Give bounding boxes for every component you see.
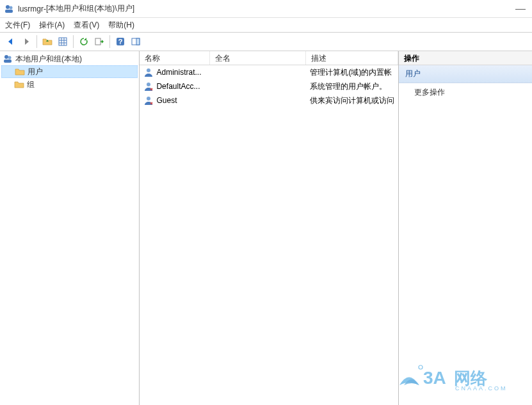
refresh-button[interactable] [77,35,91,49]
svg-text:?: ? [118,38,123,45]
col-head-desc[interactable]: 描述 [306,51,398,65]
toolbar-sep-2 [73,35,74,48]
svg-rect-3 [59,38,67,45]
minimize-button[interactable]: — [515,3,528,15]
user-icon [143,67,154,77]
list-item-name: Administrat... [156,68,201,77]
svg-point-17 [147,83,150,86]
folder-icon [14,79,24,90]
titlebar-path: [本地用户和组(本地)\用户] [46,3,134,14]
col-head-name[interactable]: 名称 [140,51,210,65]
svg-point-14 [8,56,12,60]
list-header: 名称 全名 描述 [140,51,398,65]
tree-root-label: 本地用户和组(本地) [15,54,82,65]
toolbar-sep-1 [36,35,37,48]
list-pane: 名称 全名 描述 Administrat... 管理计算机(域)的内置帐 Def… [140,51,398,405]
tree-groups[interactable]: 组 [1,78,138,91]
tree-users[interactable]: 用户 [1,65,138,78]
help-button[interactable]: ? [113,35,127,49]
col-head-full[interactable]: 全名 [210,51,306,65]
list-item[interactable]: Administrat... 管理计算机(域)的内置帐 [140,65,398,79]
svg-rect-8 [95,38,101,45]
svg-rect-12 [136,38,140,45]
menu-view[interactable]: 查看(V) [74,20,99,31]
svg-point-1 [10,6,13,9]
action-header: 操作 [399,51,532,65]
list-item[interactable]: Guest 供来宾访问计算机或访问 [140,93,398,107]
list-item-desc: 管理计算机(域)的内置帐 [306,67,398,78]
list-item[interactable]: DefaultAcc... 系统管理的用户帐户。 [140,79,398,93]
grid-icon [58,36,68,47]
panel-icon [131,36,141,47]
back-icon [6,36,16,47]
titlebar: lusrmgr - [本地用户和组(本地)\用户] — [0,0,532,18]
menubar: 文件(F) 操作(A) 查看(V) 帮助(H) [0,18,532,32]
titlebar-app: lusrmgr [18,4,44,13]
action-more[interactable]: 更多操作 [399,83,532,102]
menu-action[interactable]: 操作(A) [39,20,65,31]
toolbar: ? [0,32,532,51]
user-icon [143,95,154,106]
toolbar-sep-3 [109,35,110,48]
svg-point-13 [4,55,8,59]
export-icon [94,36,104,47]
user-icon [143,81,154,91]
svg-point-18 [147,97,150,100]
list-item-desc: 系统管理的用户帐户。 [306,81,398,92]
tree-pane: 本地用户和组(本地) 用户 组 [0,51,140,405]
forward-button[interactable] [19,35,33,49]
export-button[interactable] [92,35,106,49]
svg-rect-15 [4,60,12,63]
tree-groups-label: 组 [27,79,35,90]
action-section-title: 用户 [399,65,532,83]
folder-icon [15,67,25,77]
folder-up-button[interactable] [40,35,54,49]
panel-toggle-button[interactable] [129,35,143,49]
menu-file[interactable]: 文件(F) [5,20,30,31]
svg-point-16 [147,68,150,72]
back-button[interactable] [4,35,18,49]
action-pane: 操作 用户 更多操作 [398,51,532,405]
forward-icon [21,36,31,47]
list-item-name: Guest [156,96,177,105]
list-body: Administrat... 管理计算机(域)的内置帐 DefaultAcc..… [140,65,398,405]
list-item-name: DefaultAcc... [156,82,200,91]
menu-help[interactable]: 帮助(H) [108,20,134,31]
refresh-icon [79,36,89,47]
folder-open-icon [42,36,52,47]
tree-root[interactable]: 本地用户和组(本地) [1,52,138,65]
tree-users-label: 用户 [28,67,43,77]
grid-view-button[interactable] [56,35,70,49]
svg-point-0 [6,5,10,9]
list-item-desc: 供来宾访问计算机或访问 [306,95,398,106]
help-icon: ? [115,36,125,47]
content-area: 本地用户和组(本地) 用户 组 名称 全名 描述 Administrat. [0,51,532,405]
users-group-icon [3,54,13,64]
svg-rect-2 [5,10,13,13]
lusrmgr-icon [4,4,14,14]
